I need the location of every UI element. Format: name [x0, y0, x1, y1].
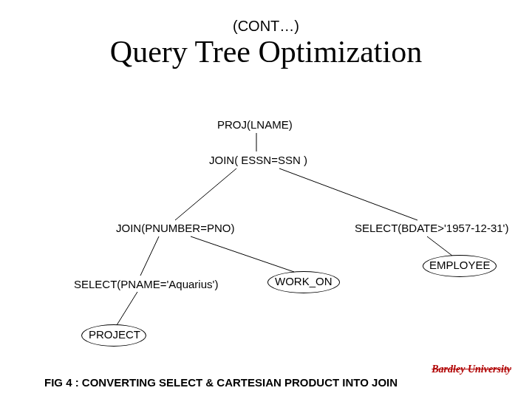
node-join-pnumber: JOIN(PNUMBER=PNO) [116, 222, 234, 234]
node-join-essn: JOIN( ESSN=SSN ) [209, 154, 307, 166]
edge-join2-selpname [140, 236, 159, 276]
figure-caption: FIG 4 : CONVERTING SELECT & CARTESIAN PR… [44, 376, 517, 390]
node-select-bdate: SELECT(BDATE>'1957-12-31') [355, 222, 508, 234]
node-proj: PROJ(LNAME) [217, 118, 293, 131]
edge-selpname-project [117, 292, 137, 325]
brand-watermark: Bardley University [432, 364, 511, 375]
ellipse-project [81, 324, 146, 347]
ellipse-employee [423, 255, 497, 277]
edge-join2-workon [191, 236, 294, 272]
cont-label: (CONT…) [0, 18, 532, 35]
node-select-pname: SELECT(PNAME='Aquarius') [74, 278, 218, 290]
ellipse-work-on [267, 271, 340, 293]
page-title: Query Tree Optimization [0, 34, 532, 69]
edge-join1-selbdate [279, 168, 417, 220]
edge-join1-join2 [175, 168, 236, 220]
edge-selbdate-employee [427, 236, 452, 256]
diagram-stage: (CONT…) Query Tree Optimization PROJ(LNA… [0, 0, 532, 399]
